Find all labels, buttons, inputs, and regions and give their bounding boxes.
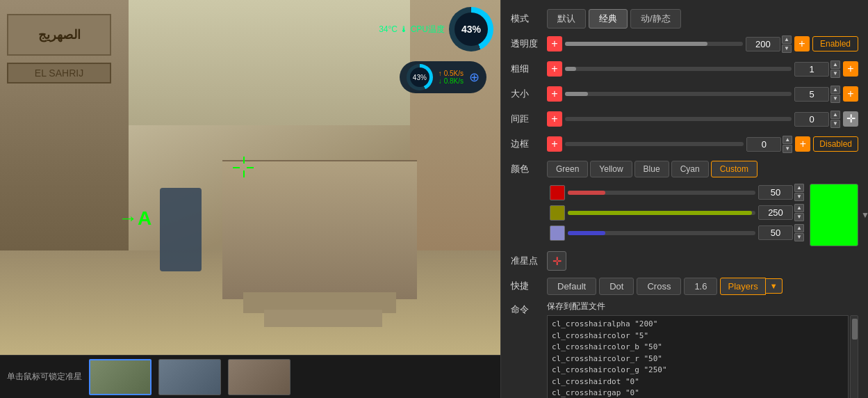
color-sliders-col: ▲ ▼ ▲ ▼ <box>550 184 804 246</box>
cmd-scrollbar[interactable] <box>850 315 858 398</box>
network-icon: ⊕ <box>469 70 480 85</box>
color-preview <box>810 184 858 246</box>
red-input[interactable] <box>758 185 793 200</box>
border-input[interactable] <box>746 137 781 152</box>
shortcut-16-btn[interactable]: 1.6 <box>684 278 717 295</box>
blue-slider[interactable] <box>568 231 755 235</box>
green-slider[interactable] <box>568 211 755 215</box>
size-plus-btn[interactable]: + <box>843 86 858 102</box>
thickness-slider[interactable] <box>565 67 792 71</box>
size-slider[interactable] <box>565 92 792 96</box>
green-spin-up[interactable]: ▲ <box>794 204 804 212</box>
cmd-textarea-wrapper: cl_crosshairalpha "200" cl_crosshaircolo… <box>547 315 858 398</box>
red-spin-up[interactable]: ▲ <box>794 184 804 192</box>
thickness-minus-btn[interactable]: + <box>547 61 562 77</box>
blue-input[interactable] <box>758 225 793 240</box>
green-value-box: ▲ ▼ <box>758 204 804 221</box>
transparency-spin-down[interactable]: ▼ <box>782 45 792 53</box>
mode-dynamic-btn[interactable]: 动/静态 <box>630 9 681 29</box>
blue-spin-up[interactable]: ▲ <box>794 224 804 232</box>
shortcut-label: 快捷 <box>511 280 547 292</box>
transparency-plus-btn[interactable]: + <box>794 36 810 51</box>
thumbnail-1[interactable] <box>89 359 152 395</box>
thickness-label: 粗细 <box>511 63 547 75</box>
color-label: 颜色 <box>511 163 547 175</box>
shortcut-cross-btn[interactable]: Cross <box>637 278 681 295</box>
gap-input[interactable] <box>794 112 829 127</box>
green-input[interactable] <box>758 205 793 220</box>
cmd-save-label: 保存到配置文件 <box>547 301 858 312</box>
mode-btn-group: 默认 经典 动/静态 <box>547 9 681 29</box>
blue-value-box: ▲ ▼ <box>758 224 804 241</box>
transparency-row: 透明度 + ▲ ▼ + Enabled <box>511 33 858 54</box>
game-viewport: الصهريج EL SAHRIJ <box>0 0 500 355</box>
gap-spin-up[interactable]: ▲ <box>830 111 840 119</box>
border-slider[interactable] <box>565 142 744 146</box>
border-spin-up[interactable]: ▲ <box>783 136 792 144</box>
size-spin-down[interactable]: ▼ <box>830 95 840 103</box>
color-custom-btn[interactable]: Custom <box>711 161 758 177</box>
mode-row: 模式 默认 经典 动/静态 <box>511 8 858 29</box>
cmd-textarea[interactable]: cl_crosshairalpha "200" cl_crosshaircolo… <box>547 315 849 398</box>
shortcut-dot-btn[interactable]: Dot <box>599 278 634 295</box>
cmd-row: 命令 保存到配置文件 cl_crosshairalpha "200" cl_cr… <box>511 301 858 398</box>
network-hud: 43% ↑ 0.5K/s ↓ 0.8K/s ⊕ <box>400 61 486 93</box>
thickness-input[interactable] <box>794 62 829 77</box>
thickness-plus-btn[interactable]: + <box>843 61 858 77</box>
net-down: ↓ 0.8K/s <box>439 77 464 85</box>
green-spin-down[interactable]: ▼ <box>794 213 804 221</box>
green-swatch[interactable] <box>550 205 565 221</box>
blue-swatch[interactable] <box>550 225 565 241</box>
thumbnail-3[interactable] <box>228 359 290 395</box>
mode-default-btn[interactable]: 默认 <box>547 9 586 29</box>
mode-label: 模式 <box>511 13 547 25</box>
border-minus-btn[interactable]: + <box>547 136 562 152</box>
border-disabled-badge[interactable]: Disabled <box>813 136 858 152</box>
transparency-enabled-badge[interactable]: Enabled <box>812 36 858 51</box>
mode-classic-btn[interactable]: 经典 <box>589 9 628 29</box>
crosshair-dot-btn[interactable]: ✛ <box>547 251 566 271</box>
transparency-spinner: ▲ ▼ <box>782 35 792 53</box>
transparency-spin-up[interactable]: ▲ <box>782 35 792 44</box>
right-panel: 模式 默认 经典 动/静态 透明度 + ▲ <box>500 0 868 398</box>
size-spin-up[interactable]: ▲ <box>830 86 840 94</box>
color-cyan-btn[interactable]: Cyan <box>671 161 709 177</box>
color-row: 颜色 Green Yellow Blue Cyan Custom <box>511 159 858 180</box>
shortcut-players-main[interactable]: Players <box>720 278 765 295</box>
thickness-row: 粗细 + ▲ ▼ + <box>511 58 858 79</box>
thickness-spin-down[interactable]: ▼ <box>830 70 840 78</box>
gap-spin-down[interactable]: ▼ <box>830 120 840 128</box>
gap-plus-btn[interactable]: ✛ <box>843 111 858 127</box>
crosshair-dot-row: 准星点 ✛ <box>511 250 858 271</box>
shortcut-row: 快捷 Default Dot Cross 1.6 Players ▼ <box>511 276 858 296</box>
color-preview-wrapper: ▼ <box>810 184 858 246</box>
thumbnail-2[interactable] <box>158 359 221 395</box>
blue-spin-down[interactable]: ▼ <box>794 233 804 241</box>
size-input[interactable] <box>794 87 829 102</box>
thickness-spinner: ▲ ▼ <box>830 61 840 78</box>
color-yellow-btn[interactable]: Yellow <box>590 161 632 177</box>
color-green-btn[interactable]: Green <box>547 161 588 177</box>
gap-minus-btn[interactable]: + <box>547 111 562 127</box>
transparency-input[interactable] <box>746 37 780 51</box>
lock-text: 单击鼠标可锁定准星 <box>7 371 82 383</box>
shortcut-default-btn[interactable]: Default <box>547 278 596 295</box>
size-minus-btn[interactable]: + <box>547 86 562 102</box>
gap-row: 间距 + ▲ ▼ ✛ <box>511 109 858 129</box>
red-swatch[interactable] <box>550 185 565 200</box>
shortcut-players-arrow[interactable]: ▼ <box>766 278 783 294</box>
color-preview-arrow[interactable]: ▼ <box>861 210 868 220</box>
color-blue-btn[interactable]: Blue <box>634 161 669 177</box>
gap-slider[interactable] <box>565 117 792 121</box>
red-slider[interactable] <box>568 191 755 195</box>
red-spin-down[interactable]: ▼ <box>794 193 804 201</box>
transparency-slider[interactable] <box>565 42 743 46</box>
transparency-minus-btn[interactable]: + <box>547 36 562 51</box>
size-row: 大小 + ▲ ▼ + <box>511 83 858 104</box>
gap-spinner: ▲ ▼ <box>830 111 840 128</box>
thickness-spin-up[interactable]: ▲ <box>830 61 840 69</box>
border-plus-btn[interactable]: + <box>795 136 810 152</box>
green-color-row: ▲ ▼ <box>550 204 804 221</box>
border-spin-down[interactable]: ▼ <box>783 145 792 153</box>
cpu-circle: 43% <box>449 7 493 51</box>
